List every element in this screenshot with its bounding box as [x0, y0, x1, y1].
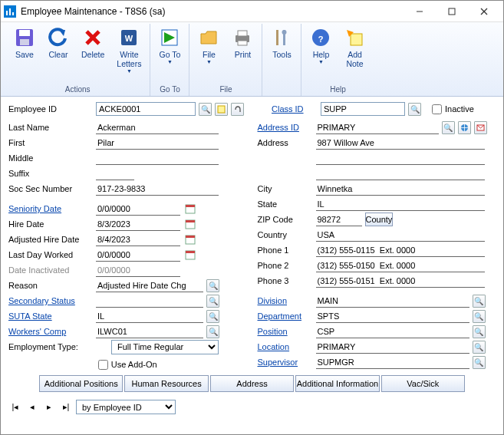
workers-comp-label[interactable]: Workers' Comp	[8, 327, 93, 336]
ssn-field[interactable]	[96, 183, 219, 196]
location-field[interactable]	[316, 341, 469, 354]
phone3-label: Phone 3	[258, 276, 313, 285]
emp-type-select[interactable]: Full Time Regular	[111, 340, 219, 354]
calendar-icon[interactable]	[183, 249, 196, 262]
address-id-field[interactable]	[316, 121, 439, 134]
dropdown-icon: ▼	[206, 59, 212, 64]
lookup-icon[interactable]: 🔍	[199, 103, 212, 116]
additional-positions-button[interactable]: Additional Positions	[39, 375, 123, 392]
close-button[interactable]	[468, 1, 500, 22]
workers-comp-field[interactable]	[96, 325, 203, 338]
calendar-icon[interactable]	[183, 203, 196, 216]
nav-last-button[interactable]: ▸|	[59, 401, 73, 414]
division-label[interactable]: Division	[258, 296, 313, 305]
lookup-icon[interactable]: 🔍	[442, 121, 455, 134]
save-button[interactable]: Save	[8, 24, 41, 60]
city-field[interactable]	[316, 183, 485, 196]
clear-button[interactable]: Clear	[42, 24, 74, 60]
help-button[interactable]: ? Help ▼	[305, 24, 337, 65]
lookup-icon[interactable]: 🔍	[206, 325, 219, 338]
position-field[interactable]	[316, 325, 469, 338]
calendar-icon[interactable]	[183, 218, 196, 231]
secondary-status-label[interactable]: Secondary Status	[8, 296, 93, 305]
tools-button[interactable]: Tools	[265, 24, 298, 60]
position-label[interactable]: Position	[258, 327, 313, 336]
additional-info-button[interactable]: Additional Information	[295, 375, 379, 392]
address-id-label[interactable]: Address ID	[258, 123, 313, 132]
svg-point-22	[282, 30, 287, 35]
record-nav: |◂ ◂ ▸ ▸| by Employee ID	[1, 398, 503, 417]
goto-button[interactable]: Go To ▼	[153, 24, 186, 65]
reason-field[interactable]	[96, 279, 203, 292]
nav-next-button[interactable]: ▸	[42, 401, 56, 414]
state-field[interactable]	[316, 198, 485, 211]
first-field[interactable]	[96, 137, 219, 150]
employee-id-field[interactable]	[96, 102, 196, 116]
lookup-icon[interactable]: 🔍	[473, 310, 486, 323]
lookup-icon[interactable]: 🔍	[206, 279, 219, 292]
county-button[interactable]: County	[365, 213, 394, 226]
middle-field[interactable]	[96, 152, 219, 165]
nav-first-button[interactable]: |◂	[8, 401, 22, 414]
human-resources-button[interactable]: Human Resources	[124, 375, 208, 392]
last-name-field[interactable]	[96, 121, 219, 134]
suta-field[interactable]	[96, 310, 203, 323]
calendar-icon[interactable]	[183, 233, 196, 246]
supervisor-label[interactable]: Supervisor	[258, 358, 313, 367]
maximize-button[interactable]	[436, 1, 468, 22]
globe-icon[interactable]	[458, 121, 471, 134]
lookup-icon[interactable]: 🔍	[473, 325, 486, 338]
lookup-icon[interactable]: 🔍	[206, 295, 219, 308]
delete-button[interactable]: Delete	[76, 24, 110, 60]
city-label: City	[258, 184, 313, 193]
supervisor-field[interactable]	[316, 356, 469, 369]
lookup-icon[interactable]: 🔍	[473, 295, 486, 308]
lookup-icon[interactable]: 🔍	[206, 310, 219, 323]
seniority-date-field[interactable]	[96, 203, 180, 216]
svg-rect-19	[238, 41, 247, 45]
seniority-date-label[interactable]: Seniority Date	[8, 204, 93, 213]
svg-rect-8	[19, 30, 30, 36]
write-letters-button[interactable]: W Write Letters ▼	[111, 24, 147, 74]
minimize-button[interactable]	[404, 1, 436, 22]
phone1-field[interactable]	[316, 244, 485, 257]
class-id-field[interactable]	[321, 102, 405, 116]
suffix-field[interactable]	[96, 167, 134, 180]
lookup-icon[interactable]: 🔍	[473, 341, 486, 354]
inactive-checkbox[interactable]	[432, 104, 442, 114]
hire-date-field[interactable]	[96, 218, 180, 231]
goto-icon	[159, 27, 180, 48]
lookup-icon[interactable]: 🔍	[408, 103, 421, 116]
phone2-field[interactable]	[316, 259, 485, 272]
svg-rect-35	[186, 251, 195, 253]
class-id-label[interactable]: Class ID	[272, 104, 318, 114]
print-button[interactable]: Print	[226, 24, 259, 60]
attachment-icon[interactable]	[231, 103, 244, 116]
adj-hire-date-field[interactable]	[96, 233, 180, 246]
svg-rect-20	[276, 30, 278, 45]
svg-marker-10	[59, 30, 65, 36]
department-label[interactable]: Department	[258, 311, 313, 321]
suta-label[interactable]: SUTA State	[8, 311, 93, 321]
use-addon-checkbox[interactable]	[98, 360, 108, 370]
zip-field[interactable]	[316, 213, 362, 226]
country-field[interactable]	[316, 229, 485, 242]
address-3-field[interactable]	[316, 167, 485, 180]
division-field[interactable]	[316, 295, 469, 308]
department-field[interactable]	[316, 310, 469, 323]
mail-icon[interactable]	[474, 121, 487, 134]
address-2-field[interactable]	[316, 152, 485, 165]
note-icon[interactable]	[215, 103, 228, 116]
file-button[interactable]: File ▼	[193, 24, 225, 65]
vac-sick-button[interactable]: Vac/Sick	[381, 375, 465, 392]
last-day-field[interactable]	[96, 249, 180, 262]
address-1-field[interactable]	[316, 137, 485, 150]
lookup-icon[interactable]: 🔍	[473, 356, 486, 369]
address-button[interactable]: Address	[210, 375, 294, 392]
nav-prev-button[interactable]: ◂	[25, 401, 39, 414]
phone3-field[interactable]	[316, 275, 485, 288]
secondary-status-field[interactable]	[96, 295, 203, 308]
sort-select[interactable]: by Employee ID	[76, 400, 176, 414]
location-label[interactable]: Location	[258, 342, 313, 351]
add-note-button[interactable]: Add Note	[338, 24, 371, 69]
